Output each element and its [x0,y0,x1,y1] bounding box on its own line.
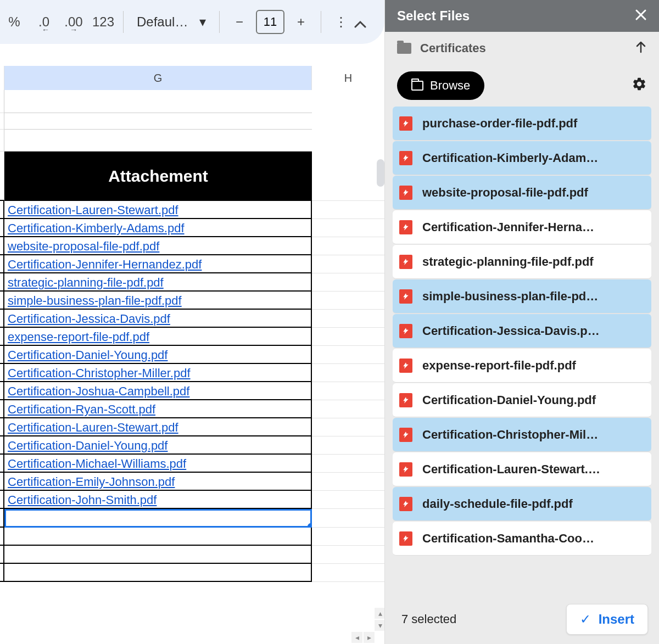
attachment-link-cell[interactable]: simple-business-plan-file-pdf.pdf [4,292,312,310]
decrease-decimal-button[interactable]: .0 ← [31,9,57,35]
percent-format-button[interactable]: % [1,9,27,35]
attachment-link-cell[interactable]: Certification-Emily-Johnson.pdf [4,473,312,491]
empty-table-row[interactable] [0,528,384,546]
table-row[interactable]: Certification-Lauren-Stewart.pdf [0,201,384,219]
folder-icon [397,43,411,54]
table-row[interactable]: Certification-Emily-Johnson.pdf [0,473,384,491]
attachment-link-cell[interactable]: expense-report-file-pdf.pdf [4,328,312,346]
collapse-toolbar-button[interactable] [347,11,373,37]
table-row[interactable]: Certification-Kimberly-Adams.pdf [0,219,384,237]
insert-button[interactable]: ✓ Insert [566,604,648,635]
file-item[interactable]: purchase-order-file-pdf.pdf [393,107,651,141]
table-row[interactable]: Certification-Michael-Williams.pdf [0,455,384,473]
file-item[interactable]: strategic-planning-file-pdf.pdf [393,245,651,279]
toolbar-separator [321,11,321,33]
attachment-link-cell[interactable]: Certification-Kimberly-Adams.pdf [4,219,312,237]
pdf-icon [399,428,412,442]
attachment-link-cell[interactable]: strategic-planning-file-pdf.pdf [4,273,312,292]
file-item[interactable]: Certification-Jennifer-Herna… [393,210,651,244]
file-item[interactable]: Certification-Daniel-Young.pdf [393,383,651,417]
file-item[interactable]: simple-business-plan-file-pd… [393,279,651,313]
table-row[interactable]: Certification-Ryan-Scott.pdf [0,400,384,418]
attachment-link-cell[interactable]: Certification-Lauren-Stewart.pdf [4,418,312,436]
table-row[interactable]: simple-business-plan-file-pdf.pdf [0,292,384,310]
attachment-link-cell[interactable]: Certification-Jessica-Davis.pdf [4,310,312,328]
increase-font-button[interactable]: + [288,9,314,35]
attachment-link-cell[interactable]: website-proposal-file-pdf.pdf [4,237,312,255]
file-name-label: purchase-order-file-pdf.pdf [422,116,645,131]
table-row[interactable]: Certification-Daniel-Young.pdf [0,346,384,364]
column-header-h[interactable]: H [312,66,384,90]
navigate-up-button[interactable] [635,40,647,57]
file-item[interactable]: Certification-Lauren-Stewart.… [393,452,651,486]
panel-title-text: Select Files [397,8,470,24]
browse-button[interactable]: Browse [397,71,484,100]
file-item[interactable]: daily-schedule-file-pdf.pdf [393,487,651,521]
file-list: purchase-order-file-pdf.pdfCertification… [385,107,659,595]
close-panel-button[interactable] [635,7,647,25]
table-row[interactable]: Certification-Lauren-Stewart.pdf [0,418,384,436]
attachment-link-cell[interactable]: Certification-John-Smith.pdf [4,491,312,509]
table-row[interactable]: expense-report-file-pdf.pdf [0,328,384,346]
selection-count: 7 selected [401,612,456,626]
table-header-row[interactable]: Attachement [0,152,384,201]
empty-row[interactable] [0,130,384,152]
attachment-link-cell[interactable]: Certification-Michael-Williams.pdf [4,455,312,473]
file-item[interactable]: Certification-Christopher-Mil… [393,418,651,452]
pdf-icon [399,186,412,200]
empty-row[interactable] [0,113,384,130]
font-size-input[interactable] [256,10,284,34]
table-row[interactable]: strategic-planning-file-pdf.pdf [0,273,384,292]
attachment-link-cell[interactable]: Certification-Joshua-Campbell.pdf [4,382,312,400]
table-row[interactable]: Certification-Joshua-Campbell.pdf [0,382,384,400]
scroll-left-button[interactable]: ◂ [351,632,362,643]
decrease-font-button[interactable]: − [226,9,253,35]
column-header-g[interactable]: G [4,66,312,90]
file-name-label: expense-report-file-pdf.pdf [422,359,645,373]
scroll-down-button[interactable]: ▾ [375,620,386,631]
file-item[interactable]: Certification-Kimberly-Adam… [393,141,651,175]
breadcrumb-label: Certificates [420,41,486,55]
pdf-icon [399,151,412,165]
file-item[interactable]: Certification-Jessica-Davis.p… [393,314,651,348]
attachment-link-cell[interactable]: Certification-Christopher-Miller.pdf [4,364,312,382]
table-row[interactable]: Certification-Daniel-Young.pdf [0,436,384,455]
attachment-link-cell[interactable]: Certification-Lauren-Stewart.pdf [4,201,312,219]
file-item[interactable]: website-proposal-file-pdf.pdf [393,176,651,210]
scroll-up-button[interactable]: ▴ [375,608,386,619]
table-row[interactable]: Certification-Jessica-Davis.pdf [0,310,384,328]
empty-table-row[interactable] [0,564,384,582]
file-name-label: website-proposal-file-pdf.pdf [422,186,645,200]
toolbar-separator [219,11,220,33]
file-item[interactable]: expense-report-file-pdf.pdf [393,349,651,383]
pdf-icon [399,116,412,131]
file-name-label: strategic-planning-file-pdf.pdf [422,255,645,269]
attachment-link-cell[interactable]: Certification-Ryan-Scott.pdf [4,400,312,418]
scroll-right-button[interactable]: ▸ [364,632,375,643]
attachment-header-cell: Attachement [4,152,312,201]
panel-titlebar: Select Files [385,0,659,32]
number-format-button[interactable]: 123 [90,9,116,35]
file-item[interactable]: Certification-Samantha-Coo… [393,522,651,556]
settings-button[interactable] [632,76,647,96]
attachment-link-cell[interactable]: Certification-Jennifer-Hernandez.pdf [4,255,312,273]
file-name-label: Certification-Kimberly-Adam… [422,151,645,165]
attachment-link-cell[interactable]: Certification-Daniel-Young.pdf [4,346,312,364]
file-name-label: simple-business-plan-file-pd… [422,289,645,304]
pdf-icon [399,289,412,304]
table-row[interactable]: Certification-Christopher-Miller.pdf [0,364,384,382]
increase-decimal-button[interactable]: .00 → [60,9,87,35]
selected-cell[interactable] [0,509,384,528]
pdf-icon [399,359,412,373]
table-row[interactable]: Certification-Jennifer-Hernandez.pdf [0,255,384,273]
attachment-link-cell[interactable]: Certification-Daniel-Young.pdf [4,436,312,455]
file-name-label: Certification-Samantha-Coo… [422,531,645,546]
file-name-label: Certification-Daniel-Young.pdf [422,393,645,407]
panel-breadcrumb: Certificates [385,32,659,65]
empty-table-row[interactable] [0,546,384,564]
vertical-scrollbar-thumb[interactable] [377,159,384,187]
table-row[interactable]: Certification-John-Smith.pdf [0,491,384,509]
table-row[interactable]: website-proposal-file-pdf.pdf [0,237,384,255]
font-family-select[interactable]: Defaul… ▾ [130,9,213,35]
empty-row[interactable] [0,90,384,113]
